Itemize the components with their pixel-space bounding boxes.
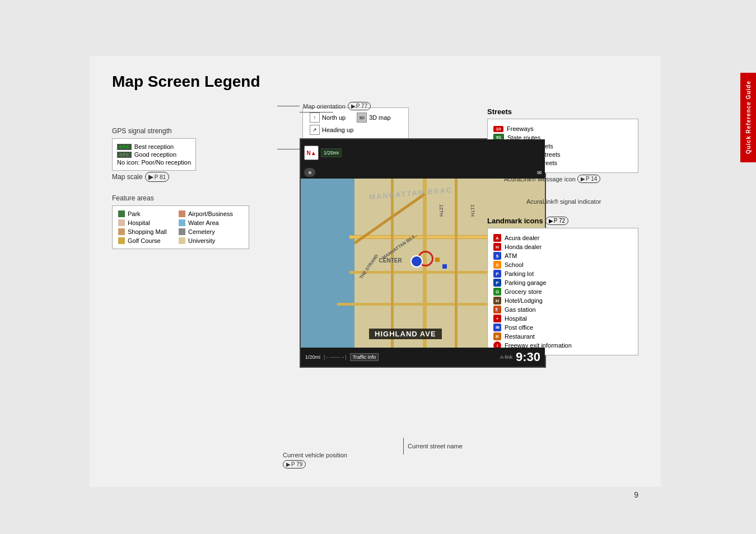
time-display: 9:30 [516, 350, 540, 364]
feature-cemetery: Cemetery [179, 228, 243, 235]
feature-hospital: Hospital [118, 219, 174, 226]
alink-indicator: A·link [500, 354, 512, 360]
lm-parking-lot: P Parking lot [493, 270, 632, 278]
orient-annot-text: Map orientation [303, 103, 346, 110]
feature-airport: Airport/Business [179, 210, 243, 217]
feature-areas-section: Feature areas Park Airport/Business Hosp… [112, 194, 249, 249]
vehicle-position [410, 255, 423, 268]
freeway-label: Freeways [507, 125, 534, 132]
gps-signal-box: GPS Best reception GPS Good reception No… [112, 138, 196, 171]
orient-heading-label: Heading up [322, 127, 353, 133]
street-name-label: Current street name [408, 443, 463, 449]
orient-north-up: ↑ North up [310, 113, 354, 123]
side-tab: Quick Reference Guide [740, 73, 756, 162]
landmarks-title-row: Landmark icons ▶ P 72 [487, 217, 638, 225]
lm-honda-label: Honda dealer [505, 243, 542, 250]
lm-grocery-label: Grocery store [505, 288, 542, 295]
lm-school: S School [493, 261, 632, 269]
map-icon-row: ⊕ ✉ [301, 166, 545, 179]
map-scale-label: Map scale [112, 173, 143, 181]
acuralink-signal-label: AcuraLink® signal indicator [526, 198, 601, 205]
orientation-annotation: Map orientation ▶P 77 [277, 102, 371, 110]
orient-3d: 3D 3D map [357, 113, 402, 123]
map-scale-display: 1/20mi [321, 148, 342, 157]
message-icon: ✉ [537, 170, 542, 176]
vehicle-position-annotation: Current vehicle position ▶ P 79 [283, 452, 347, 469]
orient-3d-label: 3D map [369, 114, 391, 121]
acuralink-signal-section: AcuraLink® signal indicator [526, 198, 638, 205]
side-tab-text: Quick Reference Guide [745, 81, 752, 154]
gps-row-3: No icon: Poor/No reception [117, 159, 191, 166]
orient-line [300, 112, 333, 113]
lm-gas: ⛽ Gas station [493, 306, 632, 313]
lm-post: ✉ Post office [493, 324, 632, 331]
lm-parking-garage-label: Parking garage [505, 279, 547, 286]
feature-hospital-label: Hospital [128, 219, 150, 226]
lm-hotel-label: Hotel/Lodging [505, 297, 543, 304]
feature-airport-label: Airport/Business [188, 210, 233, 217]
north-indicator: N▲ [304, 146, 319, 160]
traffic-info: Traffic info [350, 353, 379, 361]
feature-golf: Golf Course [118, 237, 174, 244]
gps-signal-section: GPS signal strength GPS Best reception G… [112, 127, 196, 171]
landmarks-box: A Acura dealer H Honda dealer $ ATM S Sc… [487, 228, 638, 355]
lm-hospital: + Hospital [493, 315, 632, 322]
gps-row-1: GPS Best reception [117, 143, 191, 150]
feature-areas-box: Park Airport/Business Hospital Water Are… [112, 205, 249, 249]
lm-parking-garage: P Parking garage [493, 279, 632, 287]
lm-honda: H Honda dealer [493, 243, 632, 251]
acuralink-msg-ref: ▶ P 14 [577, 175, 600, 183]
feature-areas-label: Feature areas [112, 194, 249, 202]
feature-golf-label: Golf Course [128, 237, 161, 244]
feature-water-label: Water Area [188, 219, 219, 226]
gps-icon-good: GPS [117, 152, 132, 158]
page-container: Map Screen Legend GPS signal strength GP… [90, 56, 661, 487]
gps-best-text: Best reception [134, 143, 174, 150]
content-area: GPS signal strength GPS Best reception G… [112, 107, 638, 499]
lm-parking-lot-label: Parking lot [505, 270, 534, 277]
lm-acura-label: Acura dealer [505, 235, 539, 241]
streets-title: Streets [487, 107, 638, 116]
lm-hospital-label: Hospital [505, 315, 527, 322]
landmarks-section: Landmark icons ▶ P 72 A Acura dealer H H… [487, 217, 638, 355]
orient-annot-dash [277, 106, 300, 106]
lm-grocery: G Grocery store [493, 288, 632, 296]
map-scale-section: Map scale ▶ P 81 [112, 172, 169, 182]
map-bottom-bar: 1/20mi |←——→| Traffic info A·link 9:30 [301, 348, 545, 367]
vehicle-pos-label: Current vehicle position [283, 452, 347, 458]
feature-university-label: University [188, 237, 215, 244]
feature-shopping: Shopping Mall [118, 228, 174, 235]
lm-gas-label: Gas station [505, 306, 536, 313]
feature-university: University [179, 237, 243, 244]
street-freeways: 10 Freeways [493, 125, 632, 132]
page-number: 9 [634, 490, 638, 499]
feature-cemetery-label: Cemetery [188, 228, 215, 235]
feature-shopping-label: Shopping Mall [128, 228, 167, 235]
landmarks-title: Landmark icons [487, 217, 543, 225]
gps-icon-best: GPS [117, 144, 132, 150]
landmark-ref: ▶ P 72 [545, 217, 568, 225]
gps-signal-label: GPS signal strength [112, 127, 196, 135]
feature-park-label: Park [128, 210, 141, 217]
lm-acura: A Acura dealer [493, 234, 632, 242]
orient-ref: ▶P 77 [348, 102, 371, 110]
feature-water: Water Area [179, 219, 243, 226]
page-title: Map Screen Legend [112, 73, 638, 91]
lm-restaurant-label: Restaurant [505, 333, 535, 340]
lm-hotel: H Hotel/Lodging [493, 297, 632, 305]
map-top-bar: N▲ 1/20mi [301, 139, 545, 166]
orient-heading: ↗ Heading up [310, 125, 354, 135]
street-name-annotation: Current street name [403, 438, 463, 455]
lm-school-label: School [505, 261, 524, 268]
gps-good-text: Good reception [134, 151, 176, 158]
freeway-badge: 10 [493, 126, 503, 132]
lm-restaurant: R Restaurant [493, 332, 632, 340]
lm-atm: $ ATM [493, 252, 632, 260]
lm-post-label: Post office [505, 324, 533, 331]
orient-north-label: North up [322, 114, 346, 121]
gps-noreception-text: No icon: Poor/No reception [117, 159, 191, 166]
feature-park: Park [118, 210, 174, 217]
lm-atm-label: ATM [505, 252, 517, 259]
map-scale-ref: ▶ P 81 [145, 172, 169, 182]
gps-row-2: GPS Good reception [117, 151, 191, 158]
